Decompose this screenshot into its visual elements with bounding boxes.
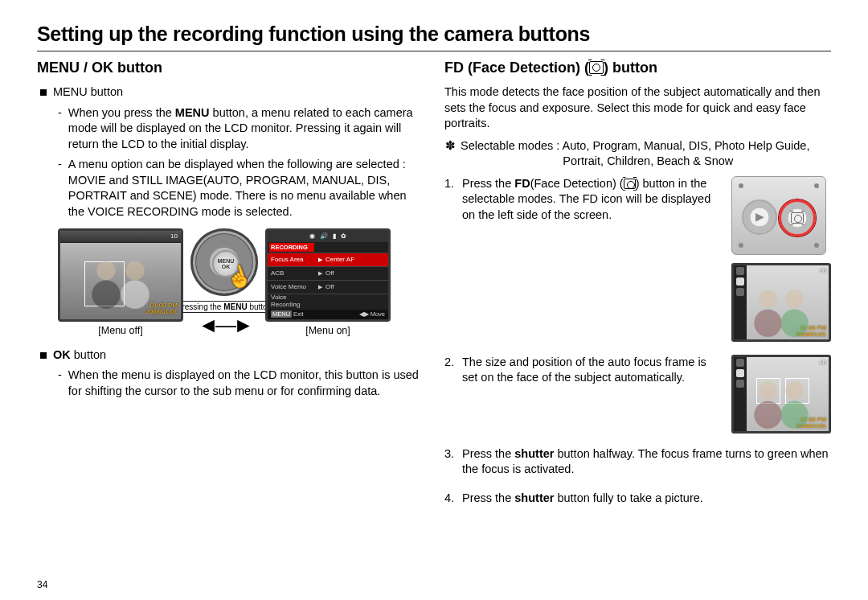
lcd-menu-on: ◉ 🔊 ▮ ✿ RECORDING Focus Area ▶ Center AF bbox=[265, 228, 391, 322]
footer-tag: MENU bbox=[271, 310, 292, 318]
text-fragment: When you press the bbox=[68, 106, 175, 119]
ok-button-desc-text: When the menu is displayed on the LCD mo… bbox=[68, 368, 424, 399]
menu-row-label: ACB bbox=[271, 269, 315, 277]
menu-off-group: 10 01:00 PM 2008/01/01 [Menu off] bbox=[58, 228, 183, 336]
text-fragment: Press the bbox=[462, 177, 514, 190]
face-box bbox=[785, 378, 809, 404]
status-icon bbox=[736, 267, 744, 275]
dash-icon: - bbox=[58, 105, 62, 153]
right-heading: FD (Face Detection) () button bbox=[444, 60, 831, 76]
menu-row: Voice Memo ▶ Off bbox=[268, 280, 388, 294]
step-2-text: The size and position of the auto focus … bbox=[462, 355, 723, 386]
footer-text: Exit bbox=[293, 310, 304, 318]
pressing-caption: [Pressing the MENU button] bbox=[170, 301, 278, 313]
lcd-date: 2008/01/01 bbox=[796, 331, 826, 338]
center-top-text: MENU bbox=[218, 258, 235, 264]
text-bold: shutter bbox=[514, 447, 554, 460]
lcd-topbar-text: 10 bbox=[170, 232, 178, 240]
lcd-topbar: 10 bbox=[60, 231, 181, 243]
dash-icon: - bbox=[58, 157, 62, 220]
step-2: The size and position of the auto focus … bbox=[444, 355, 831, 434]
status-icon bbox=[736, 380, 744, 388]
lcd-fd-enabled: 10 01:00 PM 2008/01/01 bbox=[731, 263, 831, 342]
chevron-right-icon: ▶ bbox=[318, 270, 322, 277]
right-column: FD (Face Detection) () button This mode … bbox=[444, 60, 831, 520]
screw-icon bbox=[739, 183, 743, 188]
step-1-text: Press the FD(Face Detection) () button i… bbox=[462, 176, 723, 224]
menu-button-desc-2-text: A menu option can be displayed when the … bbox=[68, 157, 424, 220]
text-bold: shutter bbox=[514, 491, 554, 504]
lcd-timestamp: 01:00 PM 2008/01/01 bbox=[796, 417, 826, 429]
text-fragment: Press the bbox=[462, 447, 514, 460]
tab-icon: ◉ bbox=[309, 232, 315, 240]
tab-icon: ▮ bbox=[333, 232, 336, 240]
chevron-right-icon: ▶ bbox=[318, 257, 322, 263]
menu-illustration: 10 01:00 PM 2008/01/01 [Menu off] bbox=[58, 228, 424, 336]
text-fragment: Press the bbox=[462, 491, 514, 504]
footer-right: ◀▶ Move bbox=[359, 310, 385, 318]
menu-row-value: Off bbox=[326, 269, 385, 277]
text-bold: FD bbox=[514, 177, 530, 190]
lcd-topright: 10 bbox=[819, 359, 826, 368]
lcd-timestamp: 01:00 PM 2008/01/01 bbox=[796, 325, 826, 338]
camera-buttons-graphic: ▶ bbox=[731, 176, 826, 255]
step-4: Press the shutter button fully to take a… bbox=[444, 491, 831, 507]
square-bullet-icon bbox=[40, 352, 47, 359]
face-detection-icon bbox=[624, 179, 636, 189]
fd-intro: This mode detects the face position of t… bbox=[444, 84, 831, 132]
lcd-topright: 10 bbox=[819, 267, 826, 276]
menu-on-caption: [Menu on] bbox=[265, 325, 391, 336]
left-column: MENU / OK button MENU button - When you … bbox=[37, 60, 424, 520]
menu-row-label: Voice Recording bbox=[271, 294, 315, 308]
text-bold: MENU bbox=[223, 302, 247, 311]
menu-off-caption: [Menu off] bbox=[58, 325, 183, 336]
recording-header: RECORDING bbox=[269, 243, 314, 252]
lcd-menu-off: 10 01:00 PM 2008/01/01 bbox=[58, 228, 183, 322]
page-title: Setting up the recording function using … bbox=[37, 23, 831, 46]
menu-row: Voice Recording bbox=[268, 294, 388, 307]
footer-text: Move bbox=[371, 310, 385, 318]
text-fragment: Portrait, Children, Beach & Snow bbox=[563, 154, 733, 167]
text-fragment: ) button bbox=[604, 60, 657, 76]
text-fragment: button bbox=[71, 348, 106, 361]
asterisk-icon: ✽ bbox=[444, 138, 456, 170]
text-fragment: Selectable modes : bbox=[461, 139, 563, 152]
face-detection-icon bbox=[589, 61, 604, 74]
content-columns: MENU / OK button MENU button - When you … bbox=[37, 60, 831, 520]
lcd-timestamp: 01:00 PM 2008/01/01 bbox=[145, 302, 178, 316]
menu-row: Focus Area ▶ Center AF bbox=[268, 253, 388, 266]
ok-button-label: OK button bbox=[53, 347, 106, 364]
selectable-modes: ✽ Selectable modes : Auto, Program, Manu… bbox=[444, 138, 831, 170]
lcd-left-icons bbox=[734, 357, 747, 431]
menu-row-value: Center AF bbox=[326, 256, 385, 263]
menu-button-bullet: MENU button bbox=[40, 84, 424, 101]
ok-button-bullet: OK button bbox=[40, 347, 424, 364]
face-detection-icon bbox=[791, 212, 804, 224]
text-bold: MENU bbox=[175, 106, 210, 119]
page-number: 34 bbox=[37, 579, 47, 590]
step-3: Press the shutter button halfway. The fo… bbox=[444, 446, 831, 478]
text-fragment: Auto, Program, Manual, DIS, Photo Help G… bbox=[563, 139, 810, 152]
double-arrow-icon: ◄—► bbox=[198, 314, 250, 335]
lcd-date: 2008/01/01 bbox=[796, 422, 826, 429]
menu-button-label: MENU button bbox=[53, 84, 123, 101]
tab-icon: 🔊 bbox=[320, 232, 328, 240]
screw-icon bbox=[814, 183, 819, 188]
menu-row-label: Focus Area bbox=[271, 256, 315, 263]
status-icon bbox=[736, 288, 744, 296]
step-1: Press the FD(Face Detection) () button i… bbox=[444, 176, 831, 342]
ok-button-desc: - When the menu is displayed on the LCD … bbox=[58, 368, 424, 399]
fd-status-icon bbox=[736, 369, 744, 377]
screw-icon bbox=[739, 243, 743, 248]
fd-steps: Press the FD(Face Detection) () button i… bbox=[444, 176, 831, 507]
lcd-left-icons bbox=[734, 265, 747, 339]
menu-row-label: Voice Memo bbox=[271, 283, 315, 290]
menu-on-group: ◉ 🔊 ▮ ✿ RECORDING Focus Area ▶ Center AF bbox=[265, 228, 391, 336]
footer-left: MENUExit bbox=[271, 310, 304, 318]
menu-tab-bar: ◉ 🔊 ▮ ✿ bbox=[268, 231, 388, 242]
modes-text: Selectable modes : Auto, Program, Manual… bbox=[461, 138, 809, 170]
menu-button-graphic: MENU OK ☝ [Pressing the MENU button] ◄—► bbox=[186, 228, 262, 335]
focus-frame bbox=[84, 261, 125, 306]
menu-button-desc-1: - When you press the MENU button, a menu… bbox=[58, 105, 424, 153]
menu-footer: MENUExit ◀▶ Move bbox=[268, 310, 388, 319]
